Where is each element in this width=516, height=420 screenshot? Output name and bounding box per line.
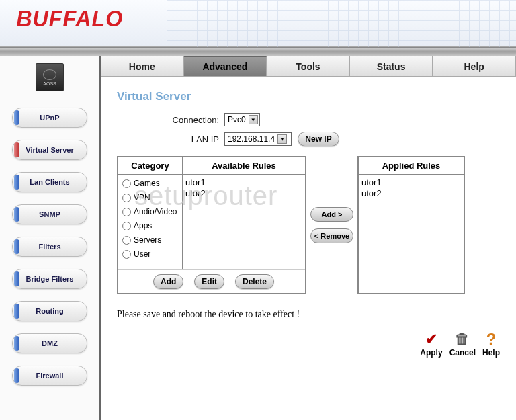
radio-input[interactable] — [122, 194, 131, 202]
tab-advanced[interactable]: Advanced — [184, 56, 267, 76]
save-reboot-note: Please save and reboot the device to tak… — [117, 309, 500, 320]
category-radio-user[interactable]: User — [122, 249, 178, 259]
sidebar-item-label: UPnP — [13, 114, 87, 122]
radio-input[interactable] — [122, 236, 131, 245]
dropdown-arrow-icon: ▼ — [277, 134, 287, 144]
help-button[interactable]: ? Help — [482, 331, 500, 358]
cancel-label: Cancel — [449, 348, 476, 358]
apply-button[interactable]: ✔ Apply — [420, 331, 442, 358]
category-label: User — [134, 249, 150, 259]
separator-bar — [0, 47, 516, 56]
add-rule-button[interactable]: Add — [153, 274, 183, 289]
applied-rules-list[interactable]: utor1utor2 — [359, 175, 464, 293]
category-radio-games[interactable]: Games — [122, 179, 178, 188]
available-rule-item[interactable]: utor1 — [185, 177, 302, 188]
sidebar-item-routing[interactable]: Routing — [12, 301, 87, 321]
dropdown-arrow-icon: ▼ — [249, 115, 258, 124]
sidebar-cap-icon — [14, 175, 19, 190]
applied-rule-item[interactable]: utor1 — [361, 177, 461, 188]
category-label: Games — [134, 179, 160, 188]
connection-label: Connection: — [117, 115, 224, 125]
radio-input[interactable] — [122, 179, 131, 188]
cancel-button[interactable]: 🗑 Cancel — [449, 331, 476, 358]
sidebar-cap-icon — [14, 142, 19, 157]
category-label: Apps — [134, 221, 152, 230]
category-header: Category — [118, 157, 183, 174]
sidebar-item-snmp[interactable]: SNMP — [12, 204, 87, 224]
sidebar-cap-icon — [14, 368, 19, 383]
category-radio-vpn[interactable]: VPN — [122, 193, 178, 202]
sidebar-item-label: Lan Clients — [13, 178, 87, 186]
tab-help[interactable]: Help — [433, 56, 516, 76]
sidebar-cap-icon — [14, 207, 19, 222]
aoss-icon — [43, 69, 56, 80]
sidebar-item-label: SNMP — [13, 210, 87, 218]
available-rule-item[interactable]: utor2 — [185, 188, 302, 199]
category-radio-servers[interactable]: Servers — [122, 235, 178, 245]
add-to-applied-button[interactable]: Add > — [310, 207, 353, 222]
sidebar-item-filters[interactable]: Filters — [12, 237, 87, 257]
lanip-select[interactable]: 192.168.11.4 ▼ — [224, 132, 292, 146]
tab-home[interactable]: Home — [101, 56, 184, 76]
sidebar-item-bridge-filters[interactable]: Bridge Filters — [12, 269, 87, 289]
aoss-button[interactable]: AOSS — [36, 63, 64, 91]
trash-icon: 🗑 — [454, 331, 471, 348]
category-radio-audiovideo[interactable]: Audio/Video — [122, 207, 178, 216]
applied-rules-header: Applied Rules — [359, 157, 464, 174]
page-title: Virtual Server — [117, 90, 500, 103]
sidebar-item-label: DMZ — [13, 339, 87, 347]
sidebar-item-lan-clients[interactable]: Lan Clients — [12, 172, 87, 192]
sidebar-item-label: Firewall — [13, 372, 87, 380]
sidebar-item-label: Filters — [13, 243, 87, 251]
question-icon: ? — [482, 331, 500, 348]
available-rules-panel: Category Available Rules GamesVPNAudio/V… — [117, 156, 306, 294]
brand-logo: BUFFALO — [16, 5, 123, 32]
lanip-value: 192.168.11.4 — [228, 134, 275, 144]
sidebar-item-label: Virtual Server — [13, 146, 87, 154]
aoss-label: AOSS — [43, 81, 56, 86]
remove-from-applied-button[interactable]: < Remove — [310, 228, 353, 243]
radio-input[interactable] — [122, 222, 131, 230]
new-ip-button[interactable]: New IP — [298, 132, 339, 146]
sidebar-item-label: Bridge Filters — [13, 275, 87, 283]
tab-tools[interactable]: Tools — [267, 56, 350, 76]
category-label: VPN — [134, 193, 150, 202]
radio-input[interactable] — [122, 250, 131, 259]
sidebar-item-dmz[interactable]: DMZ — [12, 333, 87, 353]
sidebar-cap-icon — [14, 336, 19, 351]
category-radio-apps[interactable]: Apps — [122, 221, 178, 230]
sidebar: AOSS UPnPVirtual ServerLan ClientsSNMPFi… — [0, 56, 101, 420]
tab-status[interactable]: Status — [350, 56, 433, 76]
sidebar-item-upnp[interactable]: UPnP — [12, 108, 87, 128]
connection-select[interactable]: Pvc0 ▼ — [224, 113, 260, 126]
available-rules-list[interactable]: utor1utor2 — [183, 175, 305, 269]
sidebar-cap-icon — [14, 271, 19, 286]
apply-label: Apply — [420, 348, 442, 358]
sidebar-item-virtual-server[interactable]: Virtual Server — [12, 140, 87, 160]
sidebar-cap-icon — [14, 110, 19, 125]
edit-rule-button[interactable]: Edit — [194, 274, 224, 289]
category-label: Servers — [134, 235, 161, 245]
tab-bar: HomeAdvancedToolsStatusHelp — [101, 56, 516, 77]
checkmark-icon: ✔ — [423, 331, 440, 348]
sidebar-item-firewall[interactable]: Firewall — [12, 366, 87, 386]
lanip-label: LAN IP — [117, 134, 224, 144]
sidebar-cap-icon — [14, 304, 19, 319]
sidebar-cap-icon — [14, 239, 19, 254]
category-label: Audio/Video — [134, 207, 177, 216]
connection-value: Pvc0 — [228, 115, 246, 124]
applied-rules-panel: Applied Rules utor1utor2 — [357, 156, 465, 294]
applied-rule-item[interactable]: utor2 — [361, 188, 461, 199]
help-label: Help — [482, 348, 500, 358]
sidebar-item-label: Routing — [13, 307, 87, 315]
delete-rule-button[interactable]: Delete — [235, 274, 274, 289]
radio-input[interactable] — [122, 208, 131, 216]
available-rules-header: Available Rules — [183, 157, 305, 174]
